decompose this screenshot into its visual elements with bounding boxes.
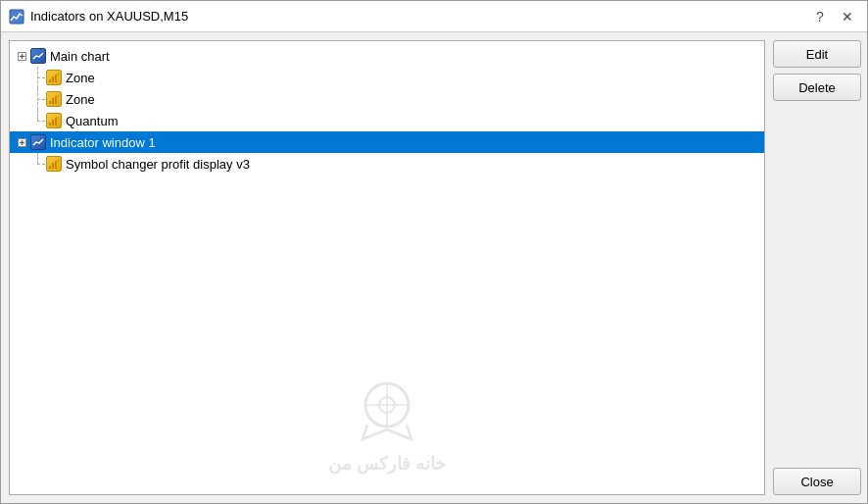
spacer xyxy=(773,107,859,462)
main-chart-label: Main chart xyxy=(50,49,110,64)
svg-rect-21 xyxy=(55,161,57,169)
edit-button[interactable]: Edit xyxy=(773,40,861,68)
delete-button[interactable]: Delete xyxy=(773,74,861,101)
tree-connector xyxy=(29,88,45,110)
main-chart-icon xyxy=(29,48,47,64)
svg-rect-9 xyxy=(52,98,54,104)
symbol-changer-label: Symbol changer profit display v3 xyxy=(66,157,250,172)
tree-connector xyxy=(29,67,45,88)
zone2-icon xyxy=(45,91,63,107)
title-bar-controls: ? ✕ xyxy=(808,5,859,28)
svg-rect-8 xyxy=(49,101,51,104)
title-bar: Indicators on XAUUSD,M15 ? ✕ xyxy=(1,1,867,32)
tree-row[interactable]: Indicator window 1 xyxy=(10,131,764,153)
svg-rect-15 xyxy=(58,117,59,119)
svg-rect-20 xyxy=(52,163,54,169)
expand-main-chart[interactable] xyxy=(14,45,29,67)
indicator-window-icon xyxy=(29,134,47,150)
svg-rect-11 xyxy=(58,95,59,97)
tree-row[interactable]: Symbol changer profit display v3 xyxy=(10,153,764,175)
window-close-button[interactable]: ✕ xyxy=(836,5,859,28)
svg-rect-19 xyxy=(49,166,51,169)
svg-point-23 xyxy=(365,383,409,427)
svg-rect-12 xyxy=(49,123,51,126)
window-icon xyxy=(9,9,24,25)
tree-row[interactable]: Zone xyxy=(10,67,764,88)
watermark-text: خانه فارکس من xyxy=(328,453,446,475)
symbol-changer-icon xyxy=(45,156,63,172)
zone1-icon xyxy=(45,70,63,85)
svg-rect-7 xyxy=(58,74,59,76)
indicator-window-label: Indicator window 1 xyxy=(50,135,156,150)
svg-rect-14 xyxy=(55,118,57,126)
svg-rect-13 xyxy=(52,120,54,126)
dialog-body: Main chart xyxy=(1,32,867,503)
close-button[interactable]: Close xyxy=(773,468,861,495)
quantum-label: Quantum xyxy=(66,114,118,128)
dialog-window: Indicators on XAUUSD,M15 ? ✕ xyxy=(0,0,868,504)
zone1-label: Zone xyxy=(66,71,95,85)
tree-row[interactable]: Zone xyxy=(10,88,764,110)
tree-content: Main chart xyxy=(10,41,764,178)
tree-row[interactable]: Quantum xyxy=(10,110,764,131)
svg-point-24 xyxy=(379,397,395,413)
help-button[interactable]: ? xyxy=(808,5,832,28)
svg-rect-22 xyxy=(58,160,59,162)
right-panel: Edit Delete Close xyxy=(769,32,867,503)
tree-panel: Main chart xyxy=(9,40,765,495)
svg-rect-0 xyxy=(10,10,24,24)
expand-indicator-window[interactable] xyxy=(14,131,29,153)
svg-rect-4 xyxy=(49,79,51,82)
tree-connector-last2 xyxy=(29,153,45,175)
zone2-label: Zone xyxy=(66,92,95,107)
svg-rect-10 xyxy=(55,96,57,104)
tree-row[interactable]: Main chart xyxy=(10,45,764,67)
tree-connector-last xyxy=(29,110,45,131)
watermark: خانه فارکس من xyxy=(328,371,446,475)
svg-rect-5 xyxy=(52,76,54,82)
window-title: Indicators on XAUUSD,M15 xyxy=(30,9,802,24)
quantum-icon xyxy=(45,113,63,128)
svg-rect-6 xyxy=(55,75,57,82)
